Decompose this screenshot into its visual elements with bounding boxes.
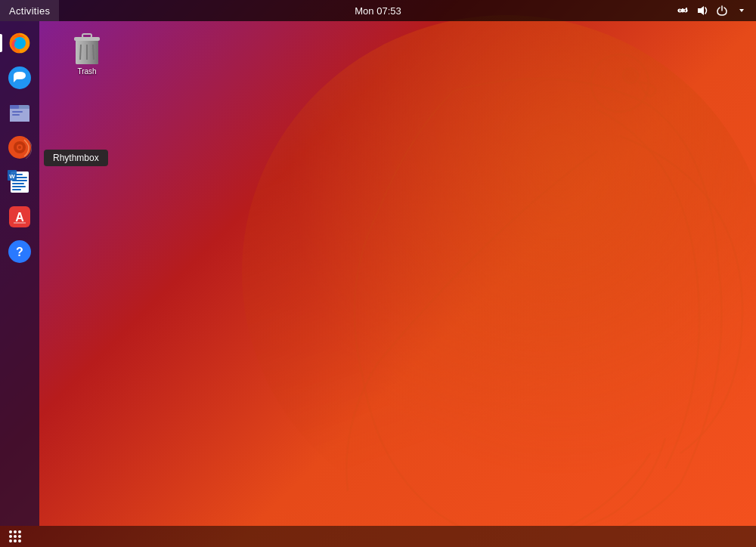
show-apps-icon <box>9 530 21 542</box>
sound-tray-icon[interactable] <box>694 2 711 19</box>
svg-point-1 <box>623 68 638 83</box>
activities-button[interactable]: Activities <box>0 0 59 21</box>
dock-item-files[interactable] <box>4 97 36 128</box>
dock-item-rhythmbox[interactable]: Rhythmbox <box>4 131 36 163</box>
svg-rect-30 <box>12 186 26 187</box>
trash-label: Trash <box>77 67 96 76</box>
dock-item-firefox[interactable] <box>4 27 36 59</box>
show-apps-button[interactable] <box>6 527 24 545</box>
svg-rect-18 <box>12 111 23 113</box>
trash-desktop-icon[interactable]: Trash <box>60 26 113 79</box>
svg-text:W: W <box>9 173 15 180</box>
svg-rect-7 <box>678 9 680 12</box>
dock-item-libreoffice[interactable]: W <box>4 166 36 198</box>
svg-marker-11 <box>739 9 744 12</box>
svg-marker-10 <box>698 6 704 15</box>
svg-rect-8 <box>682 8 683 12</box>
system-tray <box>674 0 753 21</box>
svg-rect-29 <box>12 183 24 184</box>
clock-time: Mon 07:53 <box>355 5 401 17</box>
svg-rect-31 <box>12 189 21 190</box>
network-tray-icon[interactable] <box>674 2 691 19</box>
svg-line-40 <box>80 45 81 60</box>
top-panel: Activities Mon 07:53 <box>0 0 756 21</box>
svg-rect-19 <box>12 114 20 116</box>
svg-rect-44 <box>82 34 91 38</box>
activities-label: Activities <box>9 5 50 17</box>
bottom-panel <box>0 526 756 547</box>
svg-rect-9 <box>686 8 687 12</box>
svg-text:A: A <box>15 211 24 224</box>
svg-line-42 <box>93 45 94 60</box>
dock-item-software[interactable]: A <box>4 201 36 233</box>
svg-point-23 <box>18 146 21 149</box>
power-tray-icon[interactable] <box>714 2 730 19</box>
tray-dropdown-icon[interactable] <box>733 2 750 19</box>
dock: Rhythmbox W A ? <box>0 21 39 526</box>
dock-item-help[interactable]: ? <box>4 236 36 267</box>
clock[interactable]: Mon 07:53 <box>355 5 401 17</box>
svg-rect-16 <box>10 105 19 109</box>
svg-text:?: ? <box>16 246 23 258</box>
svg-point-13 <box>14 37 26 49</box>
dock-item-megaphone[interactable] <box>4 62 36 94</box>
